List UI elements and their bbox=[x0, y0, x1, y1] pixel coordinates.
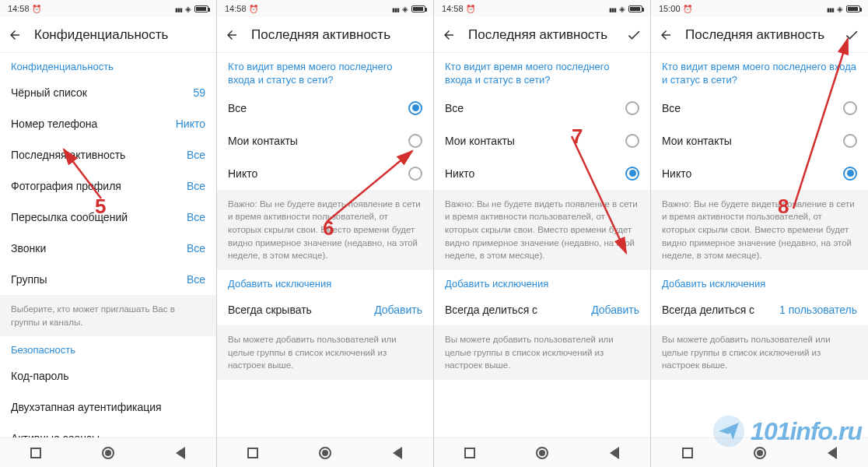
app-bar: Последняя активность bbox=[651, 17, 868, 53]
row-2fa[interactable]: Двухэтапная аутентификация bbox=[0, 392, 216, 423]
page-title: Последняя активность bbox=[468, 27, 613, 43]
exceptions-header: Добавить исключения bbox=[434, 270, 650, 294]
nav-recent-button[interactable] bbox=[462, 445, 478, 461]
radio-nobody[interactable]: Никто bbox=[434, 157, 650, 190]
row-profile-photo[interactable]: Фотография профиляВсе bbox=[0, 170, 216, 202]
radio-nobody[interactable]: Никто bbox=[651, 157, 868, 190]
screen-1-privacy: 14:58 Конфиденциальность Конфиденциально… bbox=[0, 0, 217, 467]
row-sessions[interactable]: Активные сеансы bbox=[0, 423, 216, 437]
app-bar: Последняя активность bbox=[434, 17, 650, 53]
confirm-button[interactable] bbox=[843, 26, 860, 44]
exceptions-note: Вы можете добавить пользователей или цел… bbox=[434, 325, 650, 380]
nav-back-button[interactable] bbox=[607, 445, 622, 461]
signal-icon bbox=[392, 4, 399, 13]
radio-everybody[interactable]: Все bbox=[217, 92, 433, 125]
row-passcode[interactable]: Код-пароль bbox=[0, 360, 216, 392]
nav-recent-button[interactable] bbox=[680, 445, 695, 461]
question-header: Кто видит время моего последнего входа и… bbox=[651, 53, 868, 92]
nav-recent-button[interactable] bbox=[245, 445, 261, 461]
status-time: 14:58 bbox=[442, 4, 464, 13]
radio-contacts[interactable]: Мои контакты bbox=[434, 125, 650, 157]
nav-bar bbox=[0, 437, 216, 467]
screen-4-last-seen: 15:00 Последняя активность Кто видит вре… bbox=[651, 0, 868, 467]
radio-icon bbox=[408, 134, 422, 148]
row-forwarding[interactable]: Пересылка сообщенийВсе bbox=[0, 202, 216, 233]
alarm-icon bbox=[32, 4, 41, 13]
status-bar: 15:00 bbox=[651, 0, 868, 17]
exceptions-header: Добавить исключения bbox=[217, 270, 433, 294]
nav-back-button[interactable] bbox=[173, 445, 188, 461]
nav-recent-button[interactable] bbox=[28, 445, 44, 461]
page-title: Конфиденциальность bbox=[34, 27, 208, 43]
wifi-icon bbox=[619, 4, 625, 13]
page-title: Последняя активность bbox=[251, 27, 425, 43]
back-button[interactable] bbox=[442, 28, 456, 42]
status-time: 14:58 bbox=[8, 4, 30, 13]
info-note: Важно: Вы не будете видеть появление в с… bbox=[434, 190, 650, 270]
screen-3-last-seen: 14:58 Последняя активность Кто видит вре… bbox=[434, 0, 651, 467]
status-time: 15:00 bbox=[659, 4, 681, 13]
question-header: Кто видит время моего последнего входа и… bbox=[434, 53, 650, 92]
battery-icon bbox=[194, 5, 208, 12]
question-header: Кто видит время моего последнего входа и… bbox=[217, 53, 433, 92]
nav-bar bbox=[217, 437, 433, 467]
radio-icon bbox=[625, 101, 639, 115]
screen-2-last-seen: 14:58 Последняя активность Кто видит вре… bbox=[217, 0, 434, 467]
nav-bar bbox=[434, 437, 650, 467]
wifi-icon bbox=[402, 4, 408, 13]
radio-icon bbox=[843, 167, 857, 181]
nav-home-button[interactable] bbox=[752, 445, 768, 461]
exceptions-note: Вы можете добавить пользователей или цел… bbox=[217, 325, 433, 380]
row-always-share[interactable]: Всегда делиться с1 пользователь bbox=[651, 294, 868, 325]
radio-icon bbox=[408, 167, 422, 181]
row-blacklist[interactable]: Чёрный список59 bbox=[0, 77, 216, 108]
back-button[interactable] bbox=[659, 28, 673, 42]
back-button[interactable] bbox=[225, 28, 239, 42]
radio-everybody[interactable]: Все bbox=[434, 92, 650, 125]
section-header-security: Безопасность bbox=[0, 336, 216, 360]
radio-icon bbox=[843, 101, 857, 115]
app-bar: Последняя активность bbox=[217, 17, 433, 53]
row-groups[interactable]: ГруппыВсе bbox=[0, 264, 216, 295]
row-last-seen[interactable]: Последняя активностьВсе bbox=[0, 139, 216, 170]
alarm-icon bbox=[683, 4, 692, 13]
battery-icon bbox=[411, 5, 425, 12]
signal-icon bbox=[609, 4, 616, 13]
section-header-privacy: Конфиденциальность bbox=[0, 53, 216, 77]
row-calls[interactable]: ЗвонкиВсе bbox=[0, 233, 216, 264]
alarm-icon bbox=[249, 4, 258, 13]
exceptions-header: Добавить исключения bbox=[651, 270, 868, 294]
status-bar: 14:58 bbox=[434, 0, 650, 17]
wifi-icon bbox=[837, 4, 843, 13]
battery-icon bbox=[846, 5, 860, 12]
nav-bar bbox=[651, 437, 868, 467]
nav-back-button[interactable] bbox=[390, 445, 405, 461]
radio-contacts[interactable]: Мои контакты bbox=[651, 125, 868, 157]
radio-icon bbox=[408, 101, 422, 115]
radio-icon bbox=[843, 134, 857, 148]
nav-home-button[interactable] bbox=[100, 445, 116, 461]
status-bar: 14:58 bbox=[0, 0, 216, 17]
row-phone[interactable]: Номер телефонаНикто bbox=[0, 108, 216, 139]
nav-home-button[interactable] bbox=[534, 445, 550, 461]
app-bar: Конфиденциальность bbox=[0, 17, 216, 53]
radio-icon bbox=[625, 167, 639, 181]
radio-everybody[interactable]: Все bbox=[651, 92, 868, 125]
radio-nobody[interactable]: Никто bbox=[217, 157, 433, 190]
signal-icon bbox=[175, 4, 182, 13]
confirm-button[interactable] bbox=[625, 26, 642, 44]
radio-icon bbox=[625, 134, 639, 148]
row-always-share[interactable]: Всегда делиться сДобавить bbox=[434, 294, 650, 325]
page-title: Последняя активность bbox=[685, 27, 831, 43]
nav-home-button[interactable] bbox=[317, 445, 333, 461]
back-button[interactable] bbox=[8, 28, 22, 42]
alarm-icon bbox=[466, 4, 475, 13]
nav-back-button[interactable] bbox=[824, 445, 840, 461]
signal-icon bbox=[827, 4, 834, 13]
status-bar: 14:58 bbox=[217, 0, 433, 17]
exceptions-note: Вы можете добавить пользователей или цел… bbox=[651, 325, 868, 380]
radio-contacts[interactable]: Мои контакты bbox=[217, 125, 433, 157]
wifi-icon bbox=[185, 4, 191, 13]
row-always-hide[interactable]: Всегда скрыватьДобавить bbox=[217, 294, 433, 325]
info-note: Важно: Вы не будете видеть появление в с… bbox=[651, 190, 868, 270]
